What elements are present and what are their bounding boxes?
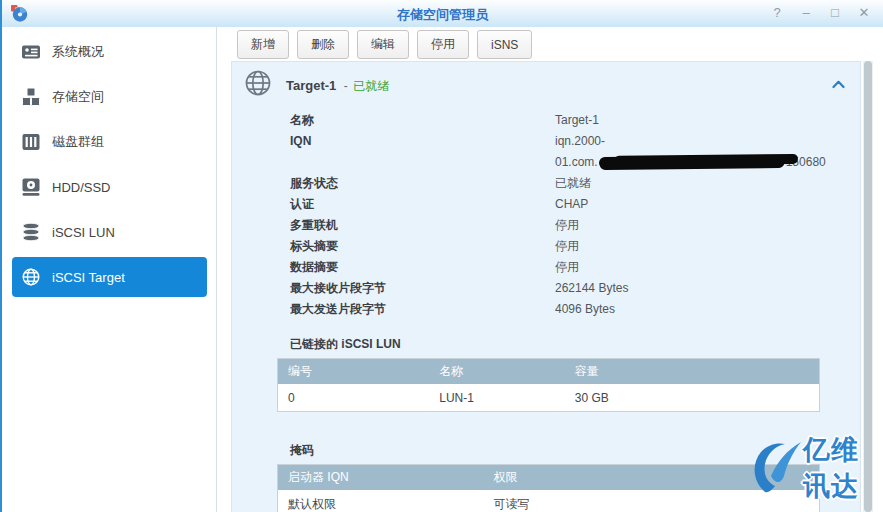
target-status-badge: 已就绪 bbox=[353, 79, 389, 93]
header-separator: - bbox=[344, 79, 348, 93]
lun-section-title: 已链接的 iSCSI LUN bbox=[290, 336, 860, 353]
field-row-multi-session: 多重联机 停用 bbox=[290, 215, 860, 236]
target-header: Target-1 - 已就绪 bbox=[232, 62, 860, 104]
storage-manager-window: 存储空间管理员 ? – □ ✕ 系统概况 存储空间 bbox=[0, 0, 883, 512]
field-row-max-receive: 最大接收片段字节 262144 Bytes bbox=[290, 278, 860, 299]
target-fields: 名称 Target-1 IQN iqn.2000- 01.com.150680 … bbox=[232, 110, 860, 320]
mask-table-header-row: 启动器 IQN 权限 bbox=[278, 465, 820, 491]
mask-col-permission: 权限 bbox=[483, 465, 819, 491]
add-button[interactable]: 新增 bbox=[237, 30, 289, 59]
sidebar-item-label: 磁盘群组 bbox=[52, 133, 104, 151]
lun-table: 编号 名称 容量 0 LUN-1 30 GB bbox=[277, 358, 820, 412]
field-row-name: 名称 Target-1 bbox=[290, 110, 860, 131]
overview-icon bbox=[21, 42, 41, 62]
window-title: 存储空间管理员 bbox=[2, 6, 883, 24]
target-name: Target-1 bbox=[286, 78, 336, 93]
mask-table-row[interactable]: 默认权限 可读写 bbox=[278, 490, 820, 512]
sidebar-item-iscsi-lun[interactable]: iSCSI LUN bbox=[12, 212, 207, 252]
vertical-scrollbar bbox=[863, 61, 873, 512]
main-content: 新增 删除 编辑 停用 iSNS Target-1 - 已就绪 bbox=[217, 27, 883, 512]
window-body: 系统概况 存储空间 磁盘群组 HDD/SSD bbox=[2, 27, 883, 512]
sidebar-item-hdd-ssd[interactable]: HDD/SSD bbox=[12, 167, 207, 207]
mask-table: 启动器 IQN 权限 默认权限 可读写 bbox=[277, 464, 820, 512]
window-controls: ? – □ ✕ bbox=[770, 4, 871, 22]
field-row-service-status: 服务状态 已就绪 bbox=[290, 173, 860, 194]
database-icon bbox=[21, 222, 41, 242]
sidebar-item-label: 存储空间 bbox=[52, 88, 104, 106]
sidebar-item-system-overview[interactable]: 系统概况 bbox=[12, 32, 207, 72]
scrollbar-thumb[interactable] bbox=[864, 61, 872, 512]
disable-button[interactable]: 停用 bbox=[417, 30, 469, 59]
help-icon[interactable]: ? bbox=[770, 4, 784, 22]
collapse-chevron-up-icon[interactable] bbox=[832, 75, 845, 93]
lun-table-row[interactable]: 0 LUN-1 30 GB bbox=[278, 384, 820, 412]
field-row-header-digest: 标头摘要 停用 bbox=[290, 236, 860, 257]
globe-icon bbox=[21, 267, 41, 287]
sidebar-item-label: iSCSI Target bbox=[52, 270, 125, 285]
sidebar-item-label: iSCSI LUN bbox=[52, 225, 115, 240]
lun-col-number: 编号 bbox=[278, 359, 430, 385]
redaction-mark bbox=[599, 155, 785, 169]
delete-button[interactable]: 删除 bbox=[297, 30, 349, 59]
sidebar-item-label: HDD/SSD bbox=[52, 180, 111, 195]
sidebar-item-label: 系统概况 bbox=[52, 43, 104, 61]
target-detail-panel: Target-1 - 已就绪 名称 Target-1 IQN bbox=[231, 61, 861, 512]
field-row-iqn: IQN iqn.2000- 01.com.150680 bbox=[290, 131, 860, 173]
lun-col-capacity: 容量 bbox=[565, 359, 820, 385]
edit-button[interactable]: 编辑 bbox=[357, 30, 409, 59]
target-globe-icon bbox=[244, 69, 272, 101]
cubes-icon bbox=[21, 87, 41, 107]
toolbar: 新增 删除 编辑 停用 iSNS bbox=[217, 27, 883, 59]
disk-group-icon bbox=[21, 132, 41, 152]
lun-table-header-row: 编号 名称 容量 bbox=[278, 359, 820, 385]
sidebar-item-disk-group[interactable]: 磁盘群组 bbox=[12, 122, 207, 162]
maximize-icon[interactable]: □ bbox=[828, 4, 842, 22]
field-row-auth: 认证 CHAP bbox=[290, 194, 860, 215]
sidebar-item-storage-space[interactable]: 存储空间 bbox=[12, 77, 207, 117]
title-bar: 存储空间管理员 ? – □ ✕ bbox=[2, 0, 883, 28]
field-row-data-digest: 数据摘要 停用 bbox=[290, 257, 860, 278]
hdd-icon bbox=[21, 177, 41, 197]
service-status-value: 已就绪 bbox=[555, 173, 591, 194]
minimize-icon[interactable]: – bbox=[799, 4, 813, 22]
mask-col-initiator-iqn: 启动器 IQN bbox=[278, 465, 484, 491]
sidebar: 系统概况 存储空间 磁盘群组 HDD/SSD bbox=[2, 27, 217, 512]
close-icon[interactable]: ✕ bbox=[857, 4, 871, 22]
field-row-max-send: 最大发送片段字节 4096 Bytes bbox=[290, 299, 860, 320]
iqn-value: iqn.2000- 01.com.150680 bbox=[555, 131, 826, 173]
sidebar-item-iscsi-target[interactable]: iSCSI Target bbox=[12, 257, 207, 297]
lun-col-name: 名称 bbox=[429, 359, 565, 385]
isns-button[interactable]: iSNS bbox=[477, 30, 532, 59]
mask-section-title: 掩码 bbox=[290, 442, 860, 459]
